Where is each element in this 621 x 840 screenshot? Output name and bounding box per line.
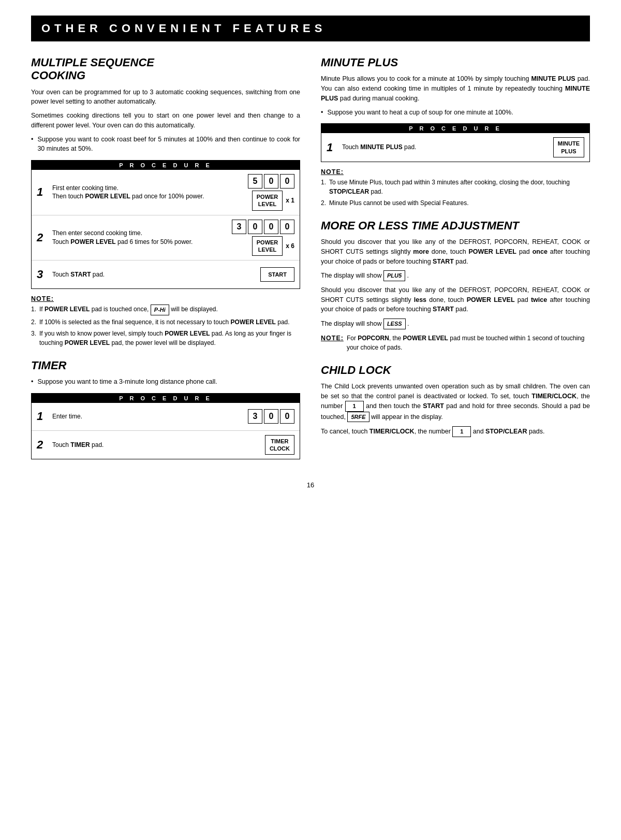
child-lock-title: CHILD LOCK [321, 364, 590, 376]
mp-note1-text: To use Minute Plus, touch pad within 3 m… [329, 178, 590, 196]
less-display: LESS [383, 318, 406, 329]
more-less-title: MORE OR LESS TIME ADJUSTMENT [321, 219, 590, 232]
timer-procedure-box: P R O C E D U R E 1 Enter time. 3 0 0 [31, 393, 300, 460]
key-0c: 0 [248, 220, 262, 234]
timer-step1-keys: 3 0 0 [248, 409, 294, 424]
note-num2: 2. [31, 317, 36, 327]
key-0a: 0 [264, 174, 278, 189]
mp-note-num1: 1. [321, 178, 326, 196]
timer-key-3: 3 [248, 409, 262, 424]
msc-step2-text: Then enter second cooking time.Touch POW… [52, 229, 227, 247]
key-0d: 0 [264, 220, 278, 234]
more-less-section: MORE OR LESS TIME ADJUSTMENT Should you … [321, 219, 590, 352]
key-0b: 0 [280, 174, 294, 189]
msc-note1: 1. If POWER LEVEL pad is touched once, P… [31, 305, 300, 315]
ml-para2: Should you discover that you like any of… [321, 285, 590, 314]
mp-step1-keys: MINUTEPLUS [553, 137, 584, 157]
plus-display: PLU5 [383, 270, 405, 281]
page-number: 16 [31, 481, 590, 489]
mp-note-num2: 2. [321, 198, 326, 208]
multiplier2: x 6 [286, 242, 294, 250]
ml-display1: The display will show PLU5 . [321, 270, 590, 281]
mp-note2-text: Minute Plus cannot be used with Special … [329, 198, 468, 208]
page-header: OTHER CONVENIENT FEATURES [31, 16, 590, 41]
msc-step3-text: Touch START pad. [52, 270, 255, 279]
msc-step1-keys: 5 0 0 POWERLEVEL x 1 [248, 174, 294, 211]
timer-step2-num: 2 [37, 438, 47, 452]
mp-step1-num: 1 [327, 141, 337, 154]
power-level-key2: POWERLEVEL [252, 236, 283, 256]
note1-text: If POWER LEVEL pad is touched once, P-Hi… [39, 305, 218, 315]
header-title: OTHER CONVENIENT FEATURES [41, 22, 326, 35]
left-column: MULTIPLE SEQUENCECOOKING Your oven can b… [31, 56, 300, 466]
cl-para2: To cancel, touch TIMER/CLOCK, the number… [321, 426, 590, 437]
right-column: MINUTE PLUS Minute Plus allows you to co… [321, 56, 590, 466]
key-5: 5 [248, 174, 262, 189]
timer-step2-text: Touch TIMER pad. [52, 441, 260, 450]
more-less-body: Should you discover that you like any of… [321, 237, 590, 329]
msc-step1-text: First enter cooking time.Then touch POWE… [52, 184, 243, 201]
msc-step2-keys: 3 0 0 0 POWERLEVEL x 6 [232, 220, 294, 256]
timer-bullet-dot: • [31, 377, 33, 387]
timer-procedure-header: P R O C E D U R E [32, 394, 300, 403]
bullet-dot: • [31, 135, 33, 154]
msc-procedure-box: P R O C E D U R E 1 First enter cooking … [31, 160, 300, 289]
msc-note2: 2. If 100% is selected as the final sequ… [31, 317, 300, 327]
ml-para1: Should you discover that you like any of… [321, 237, 590, 266]
msc-bullet1: • Suppose you want to cook roast beef fo… [31, 135, 300, 154]
mp-notes: NOTE: 1. To use Minute Plus, touch pad w… [321, 168, 590, 208]
child-lock-body: The Child Lock prevents unwanted oven op… [321, 382, 590, 437]
ml-note-text: For POPCORN, the POWER LEVEL pad must be… [347, 334, 590, 352]
key-0e: 0 [280, 220, 294, 234]
multiple-sequence-section: MULTIPLE SEQUENCECOOKING Your oven can b… [31, 56, 300, 347]
phi-display: P-Hi [151, 305, 169, 315]
multiplier1: x 1 [286, 197, 294, 204]
note-num1: 1. [31, 305, 36, 315]
msc-step3-keys: START [260, 267, 294, 282]
msc-para1: Your oven can be programmed for up to 3 … [31, 88, 300, 107]
ml-note-label: NOTE: [321, 334, 344, 352]
minute-plus-body: Minute Plus allows you to cook for a min… [321, 74, 590, 117]
note-num3: 3. [31, 329, 36, 347]
main-content: MULTIPLE SEQUENCECOOKING Your oven can b… [31, 56, 590, 466]
mp-procedure-box: P R O C E D U R E 1 Touch MINUTE PLUS pa… [321, 123, 590, 162]
msc-step2-num: 2 [37, 231, 47, 244]
timer-clock-key: TIMERCLOCK [265, 435, 294, 455]
page-container: OTHER CONVENIENT FEATURES MULTIPLE SEQUE… [31, 16, 590, 489]
child-lock-section: CHILD LOCK The Child Lock prevents unwan… [321, 364, 590, 437]
timer-step1-text: Enter time. [52, 412, 243, 421]
msc-step3: 3 Touch START pad. START [32, 260, 300, 288]
note3-text: If you wish to know power level, simply … [39, 329, 300, 347]
timer-bullet1: • Suppose you want to time a 3-minute lo… [31, 377, 300, 387]
timer-section: TIMER • Suppose you want to time a 3-min… [31, 359, 300, 460]
mp-bullet-dot: • [321, 108, 323, 118]
timer-title: TIMER [31, 359, 300, 372]
mp-bullet1-text: Suppose you want to heat a cup of soup f… [327, 108, 513, 118]
msc-note3: 3. If you wish to know power level, simp… [31, 329, 300, 347]
mp-bullet1: • Suppose you want to heat a cup of soup… [321, 108, 590, 118]
mp-step1-text: Touch MINUTE PLUS pad. [342, 143, 548, 152]
ml-note: NOTE: For POPCORN, the POWER LEVEL pad m… [321, 334, 590, 352]
msc-note-title: NOTE: [31, 295, 300, 302]
timer-step1-num: 1 [37, 410, 47, 423]
number1-display1: 1 [345, 401, 364, 412]
timer-key-0b: 0 [280, 409, 294, 424]
key-3: 3 [232, 220, 246, 234]
timer-body: • Suppose you want to time a 3-minute lo… [31, 377, 300, 387]
mp-step1: 1 Touch MINUTE PLUS pad. MINUTEPLUS [321, 133, 589, 162]
msc-step1-num: 1 [37, 185, 47, 199]
mp-note1: 1. To use Minute Plus, touch pad within … [321, 178, 590, 196]
msc-para2: Sometimes cooking directions tell you to… [31, 111, 300, 131]
mp-para1: Minute Plus allows you to cook for a min… [321, 74, 590, 103]
msc-step1: 1 First enter cooking time.Then touch PO… [32, 170, 300, 215]
msc-bullet1-text: Suppose you want to cook roast beef for … [37, 135, 300, 154]
mp-note2: 2. Minute Plus cannot be used with Speci… [321, 198, 590, 208]
msc-notes: NOTE: 1. If POWER LEVEL pad is touched o… [31, 295, 300, 347]
start-key: START [260, 267, 294, 282]
number1-display2: 1 [452, 426, 471, 437]
ml-display2: The display will show LESS . [321, 318, 590, 329]
cl-para1: The Child Lock prevents unwanted oven op… [321, 382, 590, 423]
timer-bullet1-text: Suppose you want to time a 3-minute long… [37, 377, 217, 387]
multiple-sequence-body: Your oven can be programmed for up to 3 … [31, 88, 300, 154]
note2-text: If 100% is selected as the final sequenc… [39, 317, 290, 327]
